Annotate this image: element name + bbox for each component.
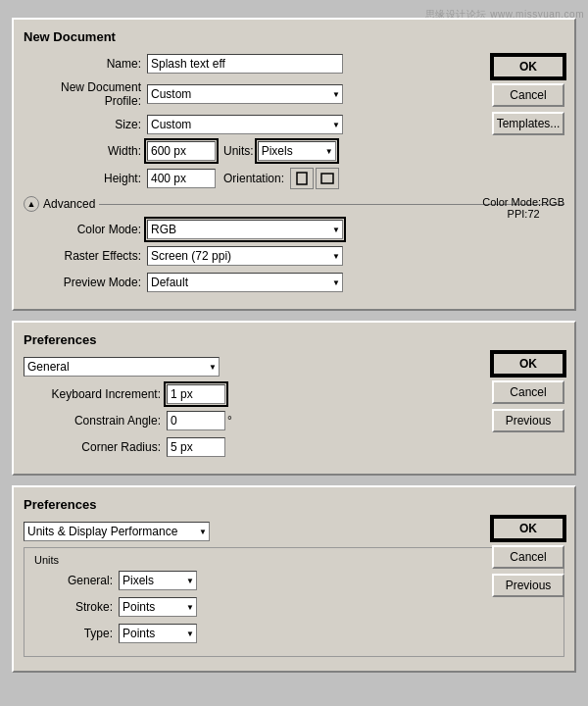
raster-row: Raster Effects: Screen (72 ppi) Medium (…	[24, 246, 564, 266]
preview-label: Preview Mode:	[24, 276, 141, 289]
keyboard-label: Keyboard Increment:	[24, 387, 161, 401]
pref2-buttons: OK Cancel Previous	[492, 517, 564, 602]
pref2-previous-button[interactable]: Previous	[492, 574, 564, 597]
constrain-unit: °	[227, 414, 232, 428]
advanced-label: Advanced	[43, 197, 95, 211]
units-type-label: Type:	[34, 627, 113, 640]
height-row: Height: Orientation:	[24, 168, 564, 189]
size-row: Size: Custom	[24, 115, 564, 134]
constrain-input[interactable]	[167, 411, 225, 430]
units-section: Units General: Pixels Inches cm mm Point…	[24, 547, 564, 657]
units-type-select[interactable]: Points Pixels Inches cm mm Picas	[119, 624, 197, 643]
preferences-dialog-1: Preferences OK Cancel Previous General K…	[12, 321, 576, 476]
cancel-button[interactable]: Cancel	[492, 83, 564, 107]
pref1-general-select[interactable]: General	[24, 357, 220, 377]
profile-select-wrapper: Custom	[147, 84, 343, 104]
preferences-1-title: Preferences	[24, 332, 564, 347]
pref1-ok-button[interactable]: OK	[492, 352, 564, 376]
profile-row: New Document Profile: Custom	[24, 80, 564, 108]
ppi-info: PPI:72	[482, 208, 564, 220]
width-row: Width: Units: Pixels Inches cm mm Points…	[24, 141, 564, 161]
portrait-button[interactable]	[290, 168, 314, 189]
units-general-label: General:	[34, 574, 113, 587]
units-stroke-label: Stroke:	[34, 600, 113, 614]
color-info: Color Mode:RGB PPI:72	[482, 196, 564, 220]
constrain-label: Constrain Angle:	[24, 414, 161, 428]
orientation-label: Orientation:	[223, 172, 284, 185]
corner-row: Corner Radius:	[24, 437, 564, 457]
width-label: Width:	[24, 144, 141, 158]
units-select[interactable]: Pixels Inches cm mm Points Picas	[258, 141, 336, 161]
units-section-label: Units	[34, 554, 554, 566]
new-document-dialog: New Document OK Cancel Templates... Colo…	[12, 18, 576, 311]
keyboard-input[interactable]	[167, 384, 225, 404]
new-document-title: New Document	[24, 29, 564, 44]
size-label: Size:	[24, 118, 141, 131]
pref2-ok-button[interactable]: OK	[492, 517, 564, 540]
ok-button[interactable]: OK	[492, 55, 564, 78]
raster-select-wrapper: Screen (72 ppi) Medium (150 ppi) High (3…	[147, 246, 343, 266]
corner-label: Corner Radius:	[24, 440, 161, 454]
width-input[interactable]	[147, 141, 216, 161]
pref2-units-row: Units & Display Performance	[24, 522, 564, 541]
units-type-select-wrapper: Points Pixels Inches cm mm Picas	[119, 624, 197, 643]
landscape-button[interactable]	[316, 168, 339, 189]
pref2-units-select-wrapper: Units & Display Performance	[24, 522, 210, 541]
units-select-wrapper: Pixels Inches cm mm Points Picas	[258, 141, 336, 161]
pref1-general-select-wrapper: General	[24, 357, 220, 377]
units-type-row: Type: Points Pixels Inches cm mm Picas	[34, 624, 554, 643]
color-mode-row: Color Mode: RGB CMYK Grayscale Lab Color…	[24, 220, 564, 239]
preview-select-wrapper: Default Pixel Overprint	[147, 273, 343, 292]
pref2-units-select[interactable]: Units & Display Performance	[24, 522, 210, 541]
units-stroke-row: Stroke: Points Pixels Inches cm mm Picas	[34, 597, 554, 617]
height-input[interactable]	[147, 169, 216, 188]
units-label: Units:	[223, 144, 254, 158]
size-select[interactable]: Custom	[147, 115, 343, 134]
color-mode-select-wrapper: RGB CMYK Grayscale Lab Color Bitmap	[147, 220, 343, 239]
units-stroke-select[interactable]: Points Pixels Inches cm mm Picas	[119, 597, 197, 617]
constrain-row: Constrain Angle: °	[24, 411, 564, 430]
units-stroke-select-wrapper: Points Pixels Inches cm mm Picas	[119, 597, 197, 617]
corner-input[interactable]	[167, 437, 225, 457]
pref1-general-row: General	[24, 357, 564, 377]
templates-button[interactable]: Templates...	[492, 112, 564, 135]
preview-row: Preview Mode: Default Pixel Overprint	[24, 273, 564, 292]
svg-rect-0	[297, 173, 307, 184]
pref1-previous-button[interactable]: Previous	[492, 409, 564, 432]
pref1-cancel-button[interactable]: Cancel	[492, 380, 564, 404]
name-input[interactable]	[147, 54, 343, 74]
preferences-dialog-2: Preferences OK Cancel Previous Units & D…	[12, 485, 576, 673]
color-mode-label: Color Mode:	[24, 223, 141, 236]
pref1-buttons: OK Cancel Previous	[492, 352, 564, 437]
color-mode-select[interactable]: RGB CMYK Grayscale Lab Color Bitmap	[147, 220, 343, 239]
units-general-select-wrapper: Pixels Inches cm mm Points Picas	[119, 571, 197, 590]
keyboard-row: Keyboard Increment:	[24, 384, 564, 404]
units-general-row: General: Pixels Inches cm mm Points Pica…	[34, 571, 554, 590]
size-select-wrapper: Custom	[147, 115, 343, 134]
units-general-select[interactable]: Pixels Inches cm mm Points Picas	[119, 571, 197, 590]
svg-rect-1	[321, 174, 333, 183]
new-document-buttons: OK Cancel Templates...	[492, 55, 564, 140]
preview-select[interactable]: Default Pixel Overprint	[147, 273, 343, 292]
color-mode-info: Color Mode:RGB	[482, 196, 564, 208]
height-label: Height:	[24, 172, 141, 185]
name-label: Name:	[24, 57, 141, 71]
raster-label: Raster Effects:	[24, 249, 141, 263]
profile-label: New Document Profile:	[24, 80, 141, 108]
advanced-toggle[interactable]: ▲	[24, 196, 39, 212]
pref2-cancel-button[interactable]: Cancel	[492, 545, 564, 569]
raster-select[interactable]: Screen (72 ppi) Medium (150 ppi) High (3…	[147, 246, 343, 266]
profile-select[interactable]: Custom	[147, 84, 343, 104]
name-row: Name:	[24, 54, 564, 74]
preferences-2-title: Preferences	[24, 497, 564, 512]
